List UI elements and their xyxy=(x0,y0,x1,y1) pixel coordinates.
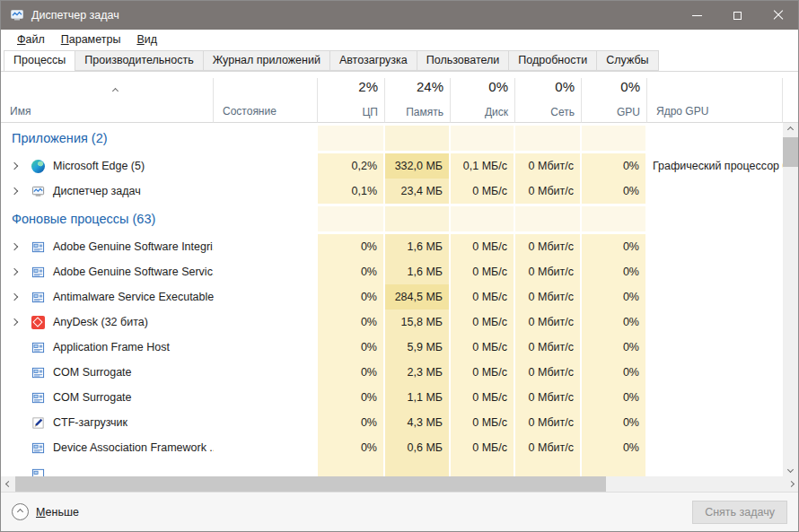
horizontal-scroll-track[interactable] xyxy=(15,476,784,492)
process-name: Диспетчер задач xyxy=(53,185,141,197)
process-row[interactable]: Antimalware Service Executable 0% 284,5 … xyxy=(1,284,783,310)
gpu-value: 0% xyxy=(582,435,647,460)
cpu-value: 0% xyxy=(318,335,385,360)
tab-strip: Процессы Производительность Журнал прило… xyxy=(1,49,798,72)
status-cell xyxy=(214,310,318,335)
vertical-scroll-track[interactable] xyxy=(783,136,798,463)
tab-details[interactable]: Подробности xyxy=(509,50,597,71)
group-row-apps[interactable]: Приложения (2) xyxy=(1,123,783,153)
menu-view[interactable]: Вид xyxy=(128,31,165,48)
process-row[interactable]: Device Association Framework ... 0% 0,6 … xyxy=(1,435,783,460)
collapse-circle-icon xyxy=(12,503,29,520)
header-corner xyxy=(783,78,798,123)
tab-performance[interactable]: Производительность xyxy=(75,50,203,71)
process-row-taskmgr[interactable]: Диспетчер задач 0,1% 23,4 МБ 0 МБ/с 0 Мб… xyxy=(1,179,783,204)
process-name: AnyDesk (32 бита) xyxy=(53,316,148,328)
expand-chevron-icon[interactable] xyxy=(11,268,18,275)
maximize-button[interactable] xyxy=(717,1,758,30)
expand-chevron-icon[interactable] xyxy=(11,188,18,195)
scroll-up-button[interactable] xyxy=(783,123,798,136)
status-cell xyxy=(214,179,318,204)
generic-app-icon xyxy=(31,391,45,405)
column-gpu[interactable]: 0%GPU xyxy=(582,78,647,123)
scroll-right-button[interactable] xyxy=(784,476,798,492)
vertical-scroll-thumb[interactable] xyxy=(783,137,798,167)
maximize-icon xyxy=(733,12,742,20)
tab-app-history[interactable]: Журнал приложений xyxy=(204,50,330,71)
cpu-value: 0,2% xyxy=(318,153,385,179)
scroll-left-button[interactable] xyxy=(1,476,15,492)
process-row-anydesk[interactable]: AnyDesk (32 бита) 0% 15,8 МБ 0 МБ/с 0 Мб… xyxy=(1,310,783,335)
column-disk[interactable]: 0%Диск xyxy=(451,78,515,123)
process-row-edge[interactable]: Microsoft Edge (5) 0,2% 332,0 МБ 0,1 МБ/… xyxy=(1,153,783,179)
network-value: 0 Мбит/с xyxy=(515,284,582,310)
memory-value: 2,3 МБ xyxy=(385,360,451,385)
column-status[interactable]: Состояние xyxy=(214,78,318,123)
tab-startup[interactable]: Автозагрузка xyxy=(330,50,417,71)
chevron-left-icon xyxy=(4,481,11,487)
generic-app-icon xyxy=(31,266,45,279)
memory-value: 4,3 МБ xyxy=(385,410,451,435)
chevron-right-icon xyxy=(787,481,794,487)
column-name[interactable]: Имя xyxy=(1,78,214,123)
expand-chevron-icon[interactable] xyxy=(11,293,18,301)
generic-app-icon xyxy=(31,240,45,254)
gpu-value: 0% xyxy=(582,234,647,259)
disk-value: 0 МБ/с xyxy=(451,335,515,360)
disk-value: 0 МБ/с xyxy=(451,410,515,435)
vertical-scrollbar[interactable] xyxy=(783,123,798,476)
tab-services[interactable]: Службы xyxy=(597,50,658,71)
status-cell xyxy=(214,284,318,310)
menu-options[interactable]: Параметры xyxy=(53,31,129,48)
status-cell xyxy=(214,259,318,284)
fewer-details-button[interactable]: Меньше xyxy=(12,503,79,520)
expand-chevron-icon[interactable] xyxy=(11,318,18,326)
memory-value: 15,8 МБ xyxy=(385,310,451,335)
disk-value: 0 МБ/с xyxy=(451,259,515,284)
memory-value: 284,5 МБ xyxy=(385,284,451,310)
horizontal-scrollbar[interactable] xyxy=(1,476,798,492)
column-gpu-engine[interactable]: Ядро GPU xyxy=(647,78,783,123)
gpu-value: 0% xyxy=(582,385,647,410)
sort-ascending-icon xyxy=(113,81,118,97)
disk-value: 0 МБ/с xyxy=(451,284,515,310)
gpu-value: 0% xyxy=(582,153,647,179)
minimize-button[interactable] xyxy=(677,1,717,30)
gpu-value: 0% xyxy=(582,284,647,310)
menu-file[interactable]: Файл xyxy=(9,31,53,48)
generic-app-icon xyxy=(31,366,45,379)
process-row[interactable]: Adobe Genuine Software Integri... 0% 1,6… xyxy=(1,234,783,259)
status-cell xyxy=(214,435,318,460)
memory-value: 0,6 МБ xyxy=(385,435,451,460)
generic-app-icon xyxy=(31,441,45,455)
process-row[interactable]: Application Frame Host 0% 5,9 МБ 0 МБ/с … xyxy=(1,335,783,360)
process-row[interactable]: Adobe Genuine Software Servic... 0% 1,6 … xyxy=(1,259,783,284)
tab-processes[interactable]: Процессы xyxy=(4,50,75,72)
disk-value: 0 МБ/с xyxy=(451,234,515,259)
network-value: 0 Мбит/с xyxy=(515,259,582,284)
process-name: Adobe Genuine Software Integri... xyxy=(53,240,214,253)
disk-value: 0 МБ/с xyxy=(451,310,515,335)
gpu-value: 0% xyxy=(582,360,647,385)
process-row[interactable]: COM Surrogate 0% 2,3 МБ 0 МБ/с 0 Мбит/с … xyxy=(1,360,783,385)
horizontal-scroll-thumb[interactable] xyxy=(15,476,606,492)
group-row-background[interactable]: Фоновые процессы (63) xyxy=(1,204,783,234)
process-row[interactable]: COM Surrogate 0% 1,1 МБ 0 МБ/с 0 Мбит/с … xyxy=(1,385,783,410)
task-manager-window: Диспетчер задач Файл Параметры Вид Проце… xyxy=(0,0,799,532)
title-bar[interactable]: Диспетчер задач xyxy=(1,1,798,30)
process-row-ctf[interactable]: CTF-загрузчик 0% 4,3 МБ 0 МБ/с 0 Мбит/с … xyxy=(1,410,783,435)
gpu-value: 0% xyxy=(582,410,647,435)
close-button[interactable] xyxy=(758,1,798,30)
tab-users[interactable]: Пользователи xyxy=(417,50,510,71)
expand-chevron-icon[interactable] xyxy=(11,243,18,250)
column-network[interactable]: 0%Сеть xyxy=(515,78,582,123)
gpu-value: 0% xyxy=(582,310,647,335)
expand-chevron-icon[interactable] xyxy=(11,162,18,170)
process-row-partial[interactable] xyxy=(1,460,783,476)
end-task-button[interactable]: Снять задачу xyxy=(692,501,787,524)
memory-value: 332,0 МБ xyxy=(385,153,451,179)
column-memory[interactable]: 24%Память xyxy=(385,78,451,123)
column-cpu[interactable]: 2%ЦП xyxy=(318,78,385,123)
scroll-down-button[interactable] xyxy=(783,463,798,476)
status-cell xyxy=(214,360,318,385)
